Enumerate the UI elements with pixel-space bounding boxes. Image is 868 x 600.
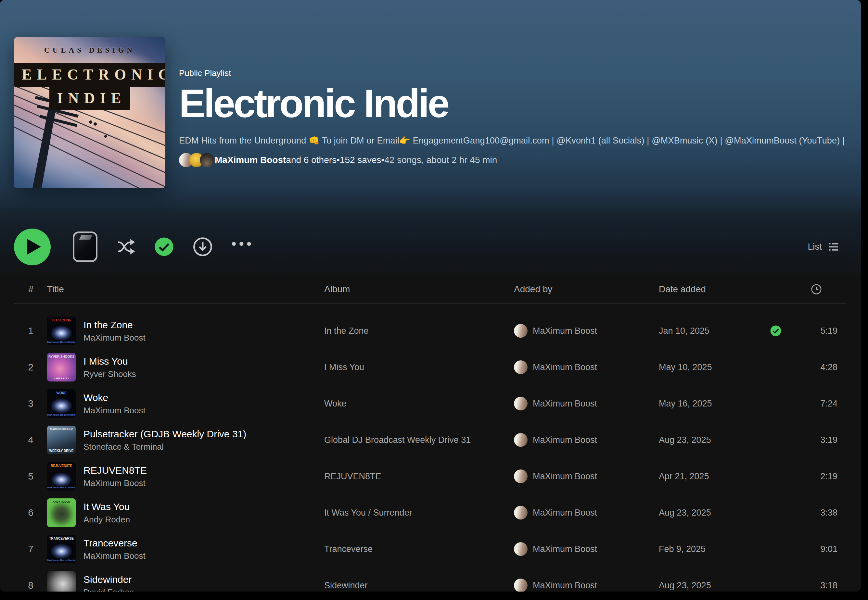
track-album[interactable]: REJUVEN8TE	[324, 471, 514, 482]
track-duration: 3:18	[812, 580, 838, 591]
video-preview-button[interactable]	[73, 232, 97, 262]
added-by-name[interactable]: MaXimum Boost	[533, 508, 597, 518]
album-art-text: MaXimum Boost Music	[47, 559, 76, 562]
track-album[interactable]: Tranceverse	[324, 544, 514, 554]
added-by-avatar[interactable]	[514, 324, 528, 338]
track-date-added: Feb 9, 2025	[659, 544, 770, 554]
saves-count: 152 saves	[340, 155, 381, 165]
owner-name-link[interactable]: MaXimum Boost	[215, 155, 286, 165]
track-album[interactable]: Sidewinder	[324, 580, 514, 591]
view-toggle-button[interactable]: List	[807, 241, 840, 253]
play-button[interactable]	[14, 229, 51, 265]
track-artist[interactable]: MaXimum Boost	[83, 333, 146, 343]
added-by-avatar[interactable]	[514, 361, 528, 374]
more-options-button[interactable]: •••	[231, 244, 254, 250]
track-row[interactable]: 4 MARKUS SCHULZ WEEKLY DRIVE Pulsetracke…	[14, 422, 847, 458]
download-circle-icon	[193, 237, 212, 256]
track-title[interactable]: Sidewinder	[83, 573, 134, 586]
added-by-name[interactable]: MaXimum Boost	[533, 435, 597, 445]
track-title[interactable]: Pulsetracker (GDJB Weekly Drive 31)	[83, 428, 246, 440]
collaborator-avatars[interactable]	[179, 153, 210, 167]
track-duration: 3:19	[812, 435, 838, 445]
added-by-avatar[interactable]	[514, 470, 528, 483]
playlist-type-label: Public Playlist	[179, 68, 845, 78]
track-number: 1	[14, 325, 47, 336]
playlist-meta: MaXimum Boost and 6 others • 152 saves •…	[179, 153, 845, 167]
added-by-name[interactable]: MaXimum Boost	[533, 580, 597, 591]
added-by-name[interactable]: MaXimum Boost	[533, 399, 597, 409]
header-index[interactable]: #	[14, 284, 47, 294]
added-by-avatar[interactable]	[514, 542, 528, 556]
track-saved-indicator[interactable]	[770, 325, 782, 337]
owner-others: and 6 others	[286, 155, 337, 165]
added-by-avatar[interactable]	[514, 579, 528, 592]
separator: •	[337, 155, 340, 165]
playlist-cover-art[interactable]: CULAS DESIGN ELECTRONIC INDIE	[14, 37, 165, 188]
track-album[interactable]: It Was You / Surrender	[324, 508, 514, 518]
track-title[interactable]: In the Zone	[83, 319, 146, 331]
track-date-added: Apr 21, 2025	[659, 471, 770, 482]
track-row[interactable]: 7 TRANCEVERSE MaXimum Boost Music Trance…	[14, 531, 847, 567]
header-added-by[interactable]: Added by	[514, 284, 659, 294]
track-artist[interactable]: MaXimum Boost	[83, 551, 146, 561]
track-date-added: May 16, 2025	[659, 399, 770, 409]
track-row[interactable]: 2 RYVER SHOOKS I MISS YOU I Miss You Ryv…	[14, 349, 847, 385]
added-by-name[interactable]: MaXimum Boost	[533, 471, 597, 482]
main-view: CULAS DESIGN ELECTRONIC INDIE Public Pla…	[0, 0, 861, 592]
track-row[interactable]: 6 ANDY RODEN It Was You Andy Roden It Wa…	[14, 494, 847, 531]
album-art-text: ANDY RODEN	[47, 500, 76, 503]
track-row[interactable]: 1 In The ZONE MaXimum Boost Music In the…	[14, 313, 847, 349]
header-date-added[interactable]: Date added	[659, 284, 770, 294]
track-rows: 1 In The ZONE MaXimum Boost Music In the…	[14, 313, 847, 592]
added-by-name[interactable]: MaXimum Boost	[533, 326, 597, 336]
track-artist[interactable]: Ryver Shooks	[83, 369, 136, 379]
track-row[interactable]: 8 Sidewinder David Forbes Sidewinder MaX…	[14, 567, 847, 592]
track-date-added: Aug 23, 2025	[659, 580, 770, 591]
added-by-avatar[interactable]	[514, 397, 528, 411]
track-artist[interactable]: MaXimum Boost	[83, 406, 146, 415]
track-album[interactable]: Global DJ Broadcast Weekly Drive 31	[324, 435, 514, 445]
clock-icon[interactable]	[811, 284, 822, 295]
track-title[interactable]: Tranceverse	[83, 537, 146, 549]
track-duration: 4:28	[812, 362, 838, 373]
track-artist[interactable]: MaXimum Boost	[83, 478, 147, 488]
track-artist[interactable]: Stoneface & Terminal	[83, 442, 246, 452]
track-row[interactable]: 3 WOKE MaXimum Boost Music Woke MaXimum …	[14, 385, 847, 422]
play-icon	[27, 239, 41, 255]
track-title[interactable]: It Was You	[83, 501, 130, 513]
track-title[interactable]: Woke	[83, 392, 146, 404]
cover-credit-text: CULAS DESIGN	[14, 46, 165, 55]
album-art-text: REJUVEN8TE	[47, 464, 76, 468]
track-number: 3	[14, 398, 47, 409]
track-album-art: WOKE MaXimum Boost Music	[47, 389, 76, 418]
track-row[interactable]: 5 REJUVEN8TE MaXimum Boost Music REJUVEN…	[14, 458, 847, 494]
track-artist[interactable]: David Forbes	[83, 587, 134, 592]
track-title[interactable]: I Miss You	[83, 355, 136, 368]
added-by-avatar[interactable]	[514, 506, 528, 520]
track-number: 5	[14, 471, 47, 482]
added-by-name[interactable]: MaXimum Boost	[533, 362, 597, 373]
track-artist[interactable]: Andy Roden	[83, 515, 130, 525]
header-album[interactable]: Album	[324, 284, 514, 294]
track-number: 7	[14, 544, 47, 555]
saved-to-library-button[interactable]	[154, 237, 174, 257]
track-album[interactable]: Woke	[324, 399, 514, 409]
track-album-art: ANDY RODEN	[47, 498, 76, 527]
header-title[interactable]: Title	[47, 284, 324, 294]
track-number: 4	[14, 435, 47, 445]
playlist-title[interactable]: Electronic Indie	[179, 83, 845, 124]
shuffle-button[interactable]	[116, 238, 135, 255]
track-date-added: May 10, 2025	[659, 362, 770, 373]
added-by-name[interactable]: MaXimum Boost	[533, 544, 597, 554]
track-table-header: # Title Album Added by Date added	[14, 279, 847, 299]
collaborator-avatar[interactable]	[200, 153, 214, 167]
album-art-text: MaXimum Boost Music	[47, 341, 76, 344]
added-by-avatar[interactable]	[514, 433, 528, 447]
track-date-added: Aug 23, 2025	[659, 435, 770, 445]
track-number: 6	[14, 507, 47, 518]
download-button[interactable]	[193, 237, 212, 256]
track-title[interactable]: REJUVEN8TE	[83, 464, 147, 477]
separator: •	[381, 155, 384, 165]
track-album[interactable]: In the Zone	[324, 326, 514, 336]
track-album[interactable]: I Miss You	[324, 362, 514, 373]
